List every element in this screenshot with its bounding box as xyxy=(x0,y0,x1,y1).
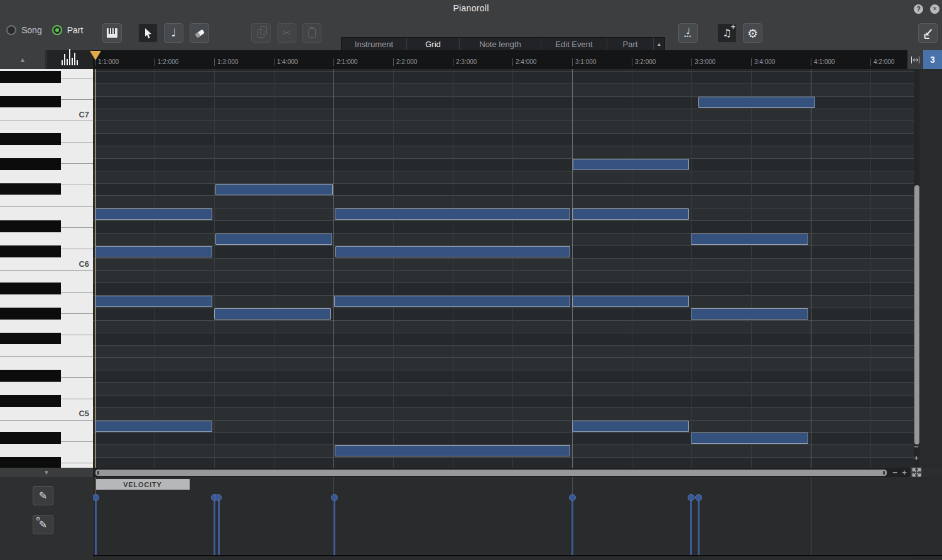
midi-note-E6[interactable] xyxy=(572,208,689,220)
midi-note-B4[interactable] xyxy=(572,421,689,432)
pianoroll-settings-button[interactable]: ⚙ xyxy=(743,23,762,43)
song-radio[interactable]: Song xyxy=(6,25,42,35)
velocity-lane[interactable]: VELOCITY xyxy=(93,477,914,560)
black-key-C#6[interactable] xyxy=(0,245,61,257)
keyboard-scroll-up-button[interactable]: ▲ xyxy=(0,50,46,69)
midi-note-F#6[interactable] xyxy=(215,184,333,195)
piano-keyboard[interactable]: C7C6C5 xyxy=(0,69,93,468)
grid-row-G6[interactable] xyxy=(93,171,914,183)
copy-button[interactable] xyxy=(251,23,271,43)
black-key-G#5[interactable] xyxy=(0,308,61,320)
paste-button[interactable] xyxy=(302,23,322,43)
grid-row-B4[interactable] xyxy=(93,420,914,433)
step-input-button[interactable]: ♩ ▪▪▪ xyxy=(678,23,698,43)
black-key-D#7[interactable] xyxy=(0,71,61,83)
horizontal-scrollbar[interactable] xyxy=(93,468,914,477)
velocity-stem[interactable] xyxy=(95,498,97,555)
velocity-handle[interactable] xyxy=(695,494,702,501)
midi-note-C#6[interactable] xyxy=(95,246,212,257)
midi-note-D6[interactable] xyxy=(691,234,808,245)
black-key-A#6[interactable] xyxy=(0,133,61,145)
velocity-lane-label[interactable]: VELOCITY xyxy=(95,479,190,490)
grid-row-F5[interactable] xyxy=(93,345,914,358)
midi-note-G#5[interactable] xyxy=(691,308,808,320)
eraser-tool-button[interactable] xyxy=(190,23,209,43)
horizontal-zoom-out-button[interactable]: − xyxy=(891,469,899,477)
midi-note-A#4[interactable] xyxy=(691,433,808,444)
black-key-G#4[interactable] xyxy=(0,457,61,468)
add-note-button[interactable]: ♫+ xyxy=(717,23,737,43)
playhead-marker[interactable] xyxy=(90,51,101,60)
grid-row-D5[interactable] xyxy=(93,382,914,395)
maximize-lane-button[interactable] xyxy=(911,467,922,478)
grid-row-E5[interactable] xyxy=(93,357,914,370)
grid-row-A6[interactable] xyxy=(93,146,914,158)
midi-note-E6[interactable] xyxy=(335,208,570,220)
close-icon[interactable]: ✕ xyxy=(930,4,939,14)
black-key-C#5[interactable] xyxy=(0,395,61,407)
midi-note-A5[interactable] xyxy=(334,296,570,307)
grid-row-F#5[interactable] xyxy=(93,333,914,345)
vertical-scrollbar[interactable] xyxy=(914,69,919,468)
pointer-tool-button[interactable] xyxy=(138,23,158,43)
keyboard-scroll-down-button[interactable]: ▼ xyxy=(0,468,93,477)
black-key-F#5[interactable] xyxy=(0,333,61,345)
horizontal-scrollbar-thumb[interactable] xyxy=(95,470,887,476)
velocity-handle[interactable] xyxy=(331,494,338,501)
grid-row-D#6[interactable] xyxy=(93,220,914,233)
grid-row-A#6[interactable] xyxy=(93,133,914,146)
midi-note-G#6[interactable] xyxy=(573,159,689,170)
cut-button[interactable]: ✂ xyxy=(277,23,296,43)
vertical-zoom-in-button[interactable]: + xyxy=(912,455,920,462)
grid-row-G5[interactable] xyxy=(93,320,914,333)
velocity-stem[interactable] xyxy=(698,498,700,555)
midi-note-C#7[interactable] xyxy=(698,97,815,108)
waveform-overlay-button[interactable] xyxy=(46,50,93,69)
grid-row-F6[interactable] xyxy=(93,195,914,208)
velocity-tools-button[interactable]: ⚙ ✎ xyxy=(33,515,53,534)
midi-note-A5[interactable] xyxy=(572,296,689,307)
black-key-A#4[interactable] xyxy=(0,432,61,444)
grid-row-D7[interactable] xyxy=(93,83,914,96)
black-key-G#6[interactable] xyxy=(0,158,61,170)
velocity-handle[interactable] xyxy=(688,494,695,501)
horizontal-zoom-in-button[interactable]: + xyxy=(901,469,908,477)
midi-note-D6[interactable] xyxy=(215,234,332,245)
grid-row-G#4[interactable] xyxy=(93,457,914,468)
midi-note-A4[interactable] xyxy=(335,445,570,456)
grid-row-D#7[interactable] xyxy=(93,71,914,83)
midi-note-E6[interactable] xyxy=(95,208,212,220)
draw-tool-button[interactable]: ♩ xyxy=(164,23,183,43)
part-radio[interactable]: Part xyxy=(52,25,84,35)
velocity-stem[interactable] xyxy=(214,498,215,555)
midi-note-B4[interactable] xyxy=(95,421,212,432)
part-up-button[interactable]: ▲ xyxy=(654,38,664,51)
velocity-handle[interactable] xyxy=(215,494,222,501)
grid-row-B5[interactable] xyxy=(93,270,914,283)
vertical-scrollbar-thumb[interactable] xyxy=(914,185,919,444)
vertical-zoom-out-button[interactable]: − xyxy=(912,443,920,451)
black-key-A#5[interactable] xyxy=(0,283,61,294)
return-to-arrangement-button[interactable] xyxy=(918,23,938,43)
midi-note-G#5[interactable] xyxy=(214,308,331,320)
midi-note-A5[interactable] xyxy=(95,296,212,307)
grid-row-G#6[interactable] xyxy=(93,158,914,171)
grid-row-C#5[interactable] xyxy=(93,395,914,407)
velocity-stem[interactable] xyxy=(571,498,573,555)
velocity-stem[interactable] xyxy=(690,498,692,555)
black-key-F#6[interactable] xyxy=(0,183,61,195)
grid-row-B6[interactable] xyxy=(93,121,914,133)
black-key-D#5[interactable] xyxy=(0,370,61,382)
grid-row-C7[interactable] xyxy=(93,109,914,121)
zoom-to-fit-button[interactable]: ↔ xyxy=(907,50,923,69)
timeline-ruler[interactable]: 1:1:0001:2:0001:3:0001:4:0002:1:0002:2:0… xyxy=(93,50,907,69)
black-key-C#7[interactable] xyxy=(0,96,61,108)
part-number-badge[interactable]: 3 xyxy=(923,50,942,69)
grid-row-C5[interactable] xyxy=(93,407,914,420)
black-key-D#6[interactable] xyxy=(0,220,61,232)
help-icon[interactable]: ? xyxy=(914,4,923,14)
velocity-handle[interactable] xyxy=(93,494,99,501)
keyboard-display-button[interactable] xyxy=(102,23,122,43)
velocity-stem[interactable] xyxy=(218,498,220,555)
velocity-draw-button[interactable]: ✎ xyxy=(33,486,53,505)
